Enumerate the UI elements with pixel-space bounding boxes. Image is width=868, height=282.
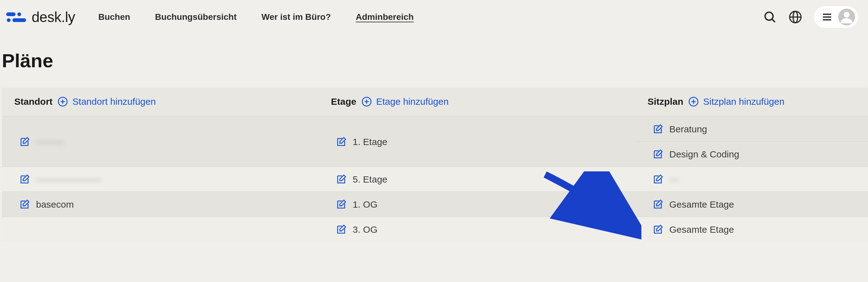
avatar [838,9,855,26]
edit-icon [19,137,30,147]
col-label: Standort [14,96,53,107]
nav-buchen[interactable]: Buchen [98,12,130,22]
edit-icon [653,174,663,185]
nav-adminbereich[interactable]: Adminbereich [356,12,414,22]
logo-mark-icon [6,11,28,23]
etage-name: 3. OG [353,224,377,235]
search-icon [763,10,777,24]
avatar-icon [838,9,855,26]
add-standort-label: Standort hinzufügen [72,96,156,107]
svg-point-12 [844,12,850,17]
sitzplan-name: — [669,174,679,185]
sitzplan-cell[interactable]: Gesamte Etage [635,192,868,217]
sitzplan-name: Gesamte Etage [669,224,734,235]
etage-name: 1. Etage [353,137,388,147]
user-menu[interactable] [814,6,858,28]
brand-name: desk.ly [32,9,75,26]
table-row: basecom 1. OG Gesamte Etage [2,191,868,217]
standort-name: ——————— [36,174,101,185]
sitzplan-column: Beratung Design & Coding [635,116,868,167]
etage-cell[interactable]: 3. OG [318,217,635,242]
standort-cell[interactable]: ——————— [2,167,318,191]
plus-circle-icon [361,96,372,107]
etage-name: 5. Etage [353,174,388,185]
page-title: Pläne [2,49,868,72]
header-right [763,6,862,28]
etage-cell[interactable]: 1. OG [318,192,635,217]
edit-icon [653,124,663,135]
col-header-standort: Standort Standort hinzufügen [14,96,331,107]
standort-name: ——— [36,137,64,147]
edit-icon [19,174,30,185]
svg-point-1 [18,12,21,16]
edit-icon [336,137,346,147]
table-row: ——————— 5. Etage — [2,167,868,191]
sitzplan-cell[interactable]: Design & Coding [635,141,868,167]
standort-cell[interactable]: basecom [2,192,318,217]
sitzplan-cell[interactable]: Gesamte Etage [635,217,868,242]
edit-icon [653,224,663,235]
add-etage-label: Etage hinzufügen [376,96,449,107]
column-headers: Standort Standort hinzufügen Etage Etage… [2,88,868,116]
add-standort-button[interactable]: Standort hinzufügen [57,96,156,107]
sitzplan-name: Gesamte Etage [669,199,734,210]
svg-rect-3 [12,18,26,22]
plans-panel: Standort Standort hinzufügen Etage Etage… [2,88,868,242]
svg-point-2 [7,18,10,22]
col-header-sitzplan: Sitzplan Sitzplan hinzufügen [648,96,856,107]
add-etage-button[interactable]: Etage hinzufügen [361,96,449,107]
edit-icon [336,224,346,235]
standort-name: basecom [36,199,74,210]
standort-cell[interactable]: ——— [2,116,318,167]
edit-icon [336,199,346,210]
add-sitzplan-button[interactable]: Sitzplan hinzufügen [688,96,784,107]
brand-logo[interactable]: desk.ly [6,9,75,26]
page-content: Pläne Standort Standort hinzufügen Etage [0,34,868,242]
table-row: ——— 1. Etage Beratung [2,116,868,167]
sitzplan-name: Beratung [669,124,707,135]
sitzplan-name: Design & Coding [669,149,739,160]
svg-point-4 [765,12,773,20]
language-button[interactable] [788,10,802,24]
svg-line-5 [772,19,775,22]
etage-cell[interactable]: 5. Etage [318,167,635,191]
edit-icon [336,174,346,185]
nav-buchungsuebersicht[interactable]: Buchungsübersicht [155,12,237,22]
sitzplan-cell[interactable]: Beratung [635,116,868,141]
etage-cell[interactable]: 1. Etage [318,116,635,167]
plus-circle-icon [688,96,699,107]
sitzplan-cell[interactable]: — [635,167,868,191]
main-nav: Buchen Buchungsübersicht Wer ist im Büro… [98,12,414,22]
app-header: desk.ly Buchen Buchungsübersicht Wer ist… [0,0,868,34]
col-label: Etage [331,96,356,107]
nav-wer-im-buero[interactable]: Wer ist im Büro? [261,12,331,22]
etage-name: 1. OG [353,199,377,210]
globe-icon [788,10,802,24]
edit-icon [19,199,30,210]
edit-icon [653,199,663,210]
plus-circle-icon [57,96,68,107]
table-row: 3. OG Gesamte Etage [2,217,868,242]
col-header-etage: Etage Etage hinzufügen [331,96,648,107]
edit-icon [653,149,663,160]
search-button[interactable] [763,10,777,24]
add-sitzplan-label: Sitzplan hinzufügen [703,96,784,107]
col-label: Sitzplan [648,96,683,107]
hamburger-icon [822,11,833,23]
svg-rect-0 [6,12,16,16]
